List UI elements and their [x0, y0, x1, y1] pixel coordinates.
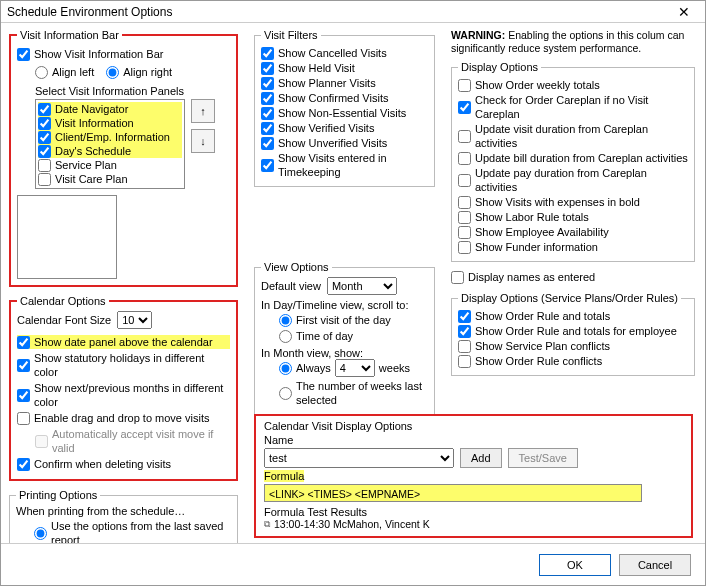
panel-item[interactable]: Visit Care Plan	[38, 172, 182, 186]
auto-accept-check: Automatically accept visit move if valid	[35, 427, 230, 455]
dialog-footer: OK Cancel	[1, 543, 705, 585]
do-item[interactable]: Show Visits with expenses in bold	[458, 195, 688, 209]
calendar-options-group: Calendar Options Calendar Font Size 10 S…	[9, 295, 238, 481]
visit-info-bar-group: Visit Information Bar Show Visit Informa…	[9, 29, 238, 287]
visit-filters-legend: Visit Filters	[261, 29, 321, 41]
vf-item[interactable]: Show Verified Visits	[261, 121, 428, 135]
printing-legend: Printing Options	[16, 489, 100, 501]
cvdo-formula-input[interactable]: <LINK> <TIMES> <EMPNAME>	[264, 484, 642, 502]
enable-drag-check[interactable]: Enable drag and drop to move visits	[17, 411, 230, 425]
panel-item[interactable]: Visit Information	[38, 116, 182, 130]
display-options-legend: Display Options	[458, 61, 541, 73]
display-options-group: Display Options Show Order weekly totals…	[451, 61, 695, 262]
panel-item[interactable]: Day's Schedule	[38, 144, 182, 158]
vf-item[interactable]: Show Planner Visits	[261, 76, 428, 90]
calendar-options-legend: Calendar Options	[17, 295, 109, 307]
move-up-button[interactable]: ↑	[191, 99, 215, 123]
cvdo-formula-label: Formula	[264, 470, 304, 482]
select-panels-label: Select Visit Information Panels	[35, 85, 230, 97]
do-item[interactable]: Show Employee Availability	[458, 225, 688, 239]
visit-info-bar-legend: Visit Information Bar	[17, 29, 122, 41]
font-size-select[interactable]: 10	[117, 311, 152, 329]
display-options-sp-legend: Display Options (Service Plans/Order Rul…	[458, 292, 681, 304]
scroll-tod-radio[interactable]: Time of day	[279, 329, 428, 343]
window-title: Schedule Environment Options	[7, 1, 172, 23]
cvdo-name-label: Name	[264, 434, 683, 446]
do-item[interactable]: Update bill duration from Careplan activ…	[458, 151, 688, 165]
confirm-delete-check[interactable]: Confirm when deleting visits	[17, 457, 230, 471]
vf-item[interactable]: Show Cancelled Visits	[261, 46, 428, 60]
show-visit-info-bar-label: Show Visit Information Bar	[34, 47, 163, 61]
do-item[interactable]: Show Labor Rule totals	[458, 210, 688, 224]
do-item[interactable]: Update pay duration from Careplan activi…	[458, 166, 688, 194]
vf-item[interactable]: Show Confirmed Visits	[261, 91, 428, 105]
link-icon: ⧉	[264, 519, 270, 530]
dosp-item[interactable]: Show Order Rule and totals	[458, 309, 688, 323]
vf-item[interactable]: Show Visits entered in Timekeeping	[261, 151, 428, 179]
cvdo-legend: Calendar Visit Display Options	[264, 420, 683, 432]
cancel-button[interactable]: Cancel	[619, 554, 691, 576]
weeks-label: weeks	[379, 362, 410, 374]
scroll-to-label: In Day/Timeline view, scroll to:	[261, 299, 428, 311]
warning-text: WARNING: WARNING: Enabling the options i…	[451, 29, 695, 55]
ok-button[interactable]: OK	[539, 554, 611, 576]
weeks-select[interactable]: 4	[335, 359, 375, 377]
align-left-radio[interactable]: Align left	[35, 65, 94, 79]
display-options-sp-group: Display Options (Service Plans/Order Rul…	[451, 292, 695, 376]
do-item[interactable]: Check for Order Careplan if no Visit Car…	[458, 93, 688, 121]
panels-listbox[interactable]: Date Navigator Visit Information Client/…	[35, 99, 185, 189]
panels-preview-box	[17, 195, 117, 279]
panel-item[interactable]: Date Navigator	[38, 102, 182, 116]
month-show-label: In Month view, show:	[261, 347, 428, 359]
show-visit-info-bar-check[interactable]: Show Visit Information Bar	[17, 47, 230, 61]
calendar-visit-display-group: Calendar Visit Display Options Name test…	[254, 414, 693, 538]
vf-item[interactable]: Show Held Visit	[261, 61, 428, 75]
cvdo-add-button[interactable]: Add	[460, 448, 502, 468]
cvdo-results-label: Formula Test Results	[264, 506, 683, 518]
when-printing-label: When printing from the schedule…	[16, 505, 231, 517]
vf-item[interactable]: Show Non-Essential Visits	[261, 106, 428, 120]
next-prev-months-check[interactable]: Show next/previous months in different c…	[17, 381, 230, 409]
do-item[interactable]: Update visit duration from Careplan acti…	[458, 122, 688, 150]
weeks-last-radio[interactable]: The number of weeks last selected	[279, 379, 428, 407]
dosp-item[interactable]: Show Order Rule and totals for employee	[458, 324, 688, 338]
titlebar: Schedule Environment Options ✕	[1, 1, 705, 23]
view-options-legend: View Options	[261, 261, 332, 273]
move-down-button[interactable]: ↓	[191, 129, 215, 153]
cvdo-test-save-button[interactable]: Test/Save	[508, 448, 578, 468]
always-weeks-radio[interactable]: Always	[279, 361, 331, 375]
cvdo-test-result: ⧉ 13:00-14:30 McMahon, Vincent K	[264, 518, 683, 530]
scroll-first-radio[interactable]: First visit of the day	[279, 313, 428, 327]
show-visit-info-bar-checkbox[interactable]	[17, 48, 30, 61]
show-date-panel-check[interactable]: Show date panel above the calendar	[17, 335, 230, 349]
align-right-radio[interactable]: Align right	[106, 65, 172, 79]
default-view-select[interactable]: Month	[327, 277, 397, 295]
display-names-entered-check[interactable]: Display names as entered	[451, 270, 695, 284]
panel-item[interactable]: Service Plan	[38, 158, 182, 172]
do-item[interactable]: Show Order weekly totals	[458, 78, 688, 92]
default-view-label: Default view	[261, 280, 321, 292]
stat-holidays-check[interactable]: Show statutory holidays in different col…	[17, 351, 230, 379]
view-options-group: View Options Default view Month In Day/T…	[254, 261, 435, 416]
close-icon[interactable]: ✕	[669, 1, 699, 23]
dosp-item[interactable]: Show Order Rule conflicts	[458, 354, 688, 368]
cvdo-name-select[interactable]: test	[264, 448, 454, 468]
do-item[interactable]: Show Funder information	[458, 240, 688, 254]
font-size-label: Calendar Font Size	[17, 314, 111, 326]
panel-item[interactable]: Client/Emp. Information	[38, 130, 182, 144]
vf-item[interactable]: Show Unverified Visits	[261, 136, 428, 150]
dosp-item[interactable]: Show Service Plan conflicts	[458, 339, 688, 353]
visit-filters-group: Visit Filters Show Cancelled Visits Show…	[254, 29, 435, 187]
